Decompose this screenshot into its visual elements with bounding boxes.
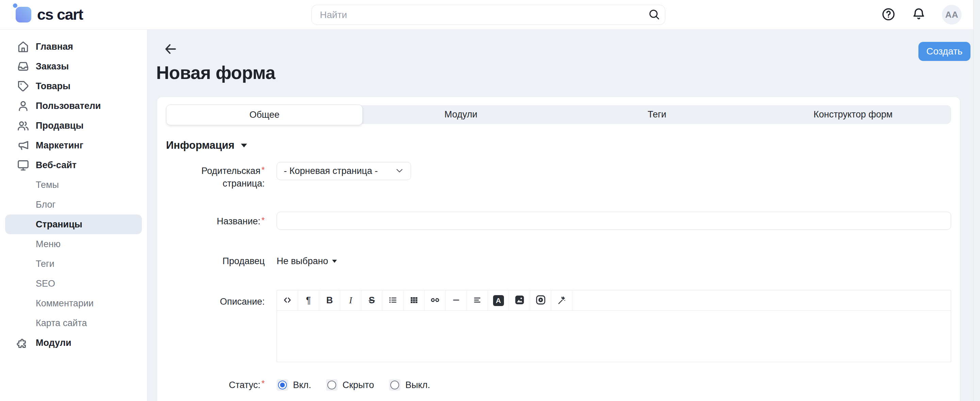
help-button[interactable] [881, 7, 896, 22]
table-icon [409, 296, 418, 306]
sidebar-item[interactable]: Теги [5, 254, 142, 274]
status-radio-option[interactable]: Скрыто [326, 379, 374, 391]
bell-icon [912, 7, 926, 22]
code-icon [283, 296, 292, 306]
tab[interactable]: Теги [559, 105, 755, 124]
page-scrollbar[interactable] [973, 0, 980, 401]
sidebar-item[interactable]: Заказы [5, 57, 142, 76]
sidebar-item-label: SEO [36, 278, 55, 289]
monitor-icon [16, 158, 30, 172]
text-style-button[interactable]: A [488, 290, 509, 310]
sidebar-item-label: Темы [36, 180, 59, 190]
sidebar-item[interactable]: Модули [5, 333, 142, 353]
code-button[interactable] [277, 290, 298, 310]
sidebar-item-label: Маркетинг [36, 140, 83, 151]
users-icon [16, 119, 30, 132]
sidebar-item[interactable]: Продавцы [5, 116, 142, 135]
magic-wand-icon [557, 295, 566, 306]
tabstrip: ОбщееМодулиТегиКонструктор форм [166, 105, 951, 124]
sidebar-item[interactable]: Страницы [5, 215, 142, 234]
tab[interactable]: Конструктор форм [755, 105, 951, 124]
tab[interactable]: Модули [363, 105, 559, 124]
global-search [311, 5, 665, 25]
form-row-vendor: Продавец Не выбрано [166, 254, 951, 268]
radio-unchecked-icon [390, 380, 399, 390]
sidebar-item[interactable]: Блог [5, 195, 142, 215]
section-title: Информация [166, 139, 234, 151]
rich-text-editor: ¶BISA [277, 290, 951, 362]
video-icon [535, 294, 546, 306]
radio-button[interactable] [277, 379, 288, 391]
status-radio-option[interactable]: Вкл. [277, 379, 311, 391]
sidebar: ГлавнаяЗаказыТоварыПользователиПродавцыМ… [0, 30, 147, 401]
horizontal-rule-button[interactable] [446, 290, 467, 310]
sidebar-item[interactable]: Темы [5, 175, 142, 195]
sidebar-item-label: Заказы [36, 61, 69, 72]
link-button[interactable] [425, 290, 446, 310]
search-button[interactable] [643, 5, 665, 24]
sidebar-item[interactable]: Веб-сайт [5, 155, 142, 175]
cscart-logo[interactable]: cs cart [16, 6, 83, 24]
radio-button[interactable] [326, 379, 337, 391]
chevron-down-icon [241, 144, 247, 147]
table-button[interactable] [404, 290, 425, 310]
image-button[interactable] [509, 290, 530, 310]
home-icon [16, 40, 30, 53]
page-name-input[interactable] [277, 212, 951, 230]
vendor-dropdown[interactable]: Не выбрано [277, 254, 337, 268]
back-button[interactable] [162, 41, 179, 57]
logo-text: cs cart [37, 6, 83, 24]
sidebar-item[interactable]: Пользователи [5, 96, 142, 116]
bold-icon: B [326, 295, 333, 306]
status-option-label: Вкл. [293, 380, 311, 390]
search-icon [648, 8, 660, 21]
align-icon [473, 296, 482, 306]
chevron-down-icon [395, 166, 404, 176]
paragraph-icon: ¶ [306, 295, 311, 306]
sidebar-item-label: Модули [36, 338, 72, 348]
required-asterisk: * [261, 165, 265, 175]
video-button[interactable] [530, 290, 551, 310]
sidebar-item[interactable]: Меню [5, 234, 142, 254]
form-card: ОбщееМодулиТегиКонструктор форм Информац… [157, 97, 960, 401]
status-option-label: Выкл. [405, 380, 430, 390]
tab[interactable]: Общее [166, 105, 363, 125]
parent-page-select[interactable]: - Корневая страница - [277, 162, 411, 180]
bold-button[interactable]: B [319, 290, 340, 310]
parent-page-select-value: - Корневая страница - [284, 166, 395, 176]
editor-body[interactable] [277, 311, 951, 362]
logo-dot [13, 3, 18, 8]
sidebar-item-label: Главная [36, 41, 73, 52]
text-style-icon: A [493, 295, 504, 306]
topbar: cs cart AA [0, 0, 980, 30]
align-button[interactable] [467, 290, 488, 310]
sidebar-item[interactable]: Товары [5, 76, 142, 96]
spacer-icon [16, 198, 30, 212]
radio-button[interactable] [389, 379, 401, 391]
image-icon [514, 294, 525, 306]
radio-checked-icon [278, 380, 287, 390]
sidebar-item-label: Комментарии [36, 298, 94, 309]
status-radio-option[interactable]: Выкл. [389, 379, 430, 391]
required-asterisk: * [261, 215, 265, 225]
help-icon [881, 7, 896, 22]
vendor-label: Продавец [166, 254, 265, 268]
magic-wand-button[interactable] [551, 290, 572, 310]
create-button[interactable]: Создать [918, 42, 970, 61]
italic-button[interactable]: I [340, 290, 361, 310]
sidebar-item[interactable]: Карта сайта [5, 313, 142, 333]
sidebar-item[interactable]: SEO [5, 274, 142, 293]
sidebar-item[interactable]: Комментарии [5, 293, 142, 313]
unordered-list-button[interactable] [382, 290, 404, 310]
spacer-icon [16, 237, 30, 251]
paragraph-button[interactable]: ¶ [298, 290, 319, 310]
avatar[interactable]: AA [942, 5, 962, 24]
form-row-description: Описание: ¶BISA [166, 290, 951, 362]
sidebar-item[interactable]: Главная [5, 37, 142, 57]
sidebar-item[interactable]: Маркетинг [5, 135, 142, 155]
notifications-button[interactable] [912, 7, 926, 22]
megaphone-icon [16, 138, 30, 152]
search-input[interactable] [312, 10, 643, 21]
strikethrough-button[interactable]: S [361, 290, 382, 310]
section-header-information[interactable]: Информация [166, 138, 247, 153]
